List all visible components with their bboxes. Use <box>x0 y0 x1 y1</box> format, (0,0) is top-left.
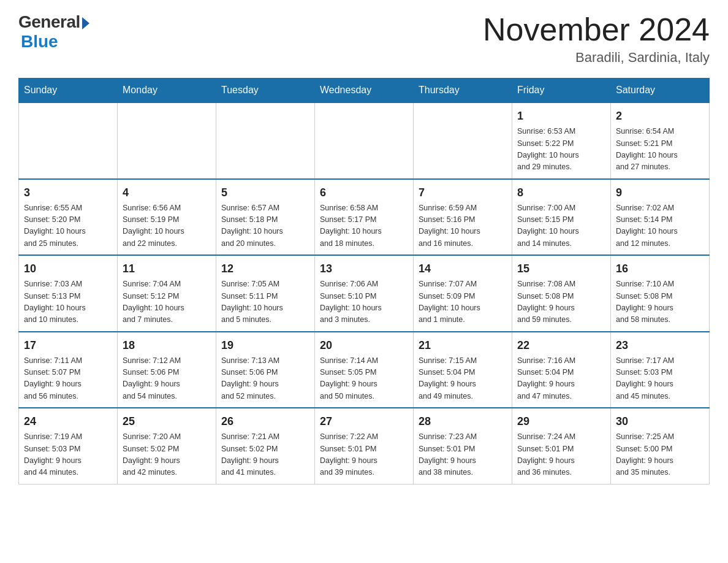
week-row-2: 3Sunrise: 6:55 AMSunset: 5:20 PMDaylight… <box>19 179 710 256</box>
calendar-body: 1Sunrise: 6:53 AMSunset: 5:22 PMDaylight… <box>19 102 710 484</box>
calendar-cell <box>118 102 216 179</box>
day-number: 13 <box>320 261 408 277</box>
day-info: Sunrise: 7:15 AMSunset: 5:04 PMDaylight:… <box>419 355 507 403</box>
day-info: Sunrise: 7:08 AMSunset: 5:08 PMDaylight:… <box>517 278 605 326</box>
calendar-cell: 19Sunrise: 7:13 AMSunset: 5:06 PMDayligh… <box>216 332 315 408</box>
day-info: Sunrise: 7:16 AMSunset: 5:04 PMDaylight:… <box>517 355 605 403</box>
calendar-cell: 26Sunrise: 7:21 AMSunset: 5:02 PMDayligh… <box>216 408 315 484</box>
day-info: Sunrise: 7:05 AMSunset: 5:11 PMDaylight:… <box>221 278 309 326</box>
day-info: Sunrise: 7:22 AMSunset: 5:01 PMDaylight:… <box>320 431 408 479</box>
day-number: 29 <box>517 413 605 430</box>
day-number: 9 <box>616 185 704 201</box>
header-cell-tuesday: Tuesday <box>216 79 315 103</box>
day-info: Sunrise: 7:19 AMSunset: 5:03 PMDaylight:… <box>24 431 112 479</box>
day-info: Sunrise: 7:04 AMSunset: 5:12 PMDaylight:… <box>123 278 211 326</box>
day-number: 25 <box>123 413 211 430</box>
calendar-cell: 23Sunrise: 7:17 AMSunset: 5:03 PMDayligh… <box>611 332 710 408</box>
day-number: 19 <box>221 337 309 354</box>
day-info: Sunrise: 7:11 AMSunset: 5:07 PMDaylight:… <box>24 355 112 403</box>
day-number: 20 <box>320 337 408 354</box>
logo: General Blue <box>18 12 89 52</box>
day-number: 15 <box>517 261 605 277</box>
calendar-cell: 20Sunrise: 7:14 AMSunset: 5:05 PMDayligh… <box>315 332 414 408</box>
calendar-cell: 6Sunrise: 6:58 AMSunset: 5:17 PMDaylight… <box>315 179 414 256</box>
day-number: 16 <box>616 261 704 277</box>
day-number: 8 <box>517 185 605 201</box>
day-info: Sunrise: 7:21 AMSunset: 5:02 PMDaylight:… <box>221 431 309 479</box>
calendar-cell: 22Sunrise: 7:16 AMSunset: 5:04 PMDayligh… <box>512 332 611 408</box>
day-number: 7 <box>419 185 507 201</box>
month-title: November 2024 <box>483 12 710 47</box>
calendar-cell: 11Sunrise: 7:04 AMSunset: 5:12 PMDayligh… <box>118 255 216 332</box>
day-info: Sunrise: 7:07 AMSunset: 5:09 PMDaylight:… <box>419 278 507 326</box>
calendar-cell: 28Sunrise: 7:23 AMSunset: 5:01 PMDayligh… <box>414 408 512 484</box>
day-info: Sunrise: 6:57 AMSunset: 5:18 PMDaylight:… <box>221 202 309 250</box>
calendar-cell: 1Sunrise: 6:53 AMSunset: 5:22 PMDaylight… <box>512 102 611 179</box>
calendar-cell: 9Sunrise: 7:02 AMSunset: 5:14 PMDaylight… <box>611 179 710 256</box>
day-info: Sunrise: 6:55 AMSunset: 5:20 PMDaylight:… <box>24 202 112 250</box>
calendar-cell: 15Sunrise: 7:08 AMSunset: 5:08 PMDayligh… <box>512 255 611 332</box>
calendar-cell: 8Sunrise: 7:00 AMSunset: 5:15 PMDaylight… <box>512 179 611 256</box>
logo-blue-text: Blue <box>21 32 58 52</box>
day-number: 1 <box>517 108 605 124</box>
calendar-cell: 18Sunrise: 7:12 AMSunset: 5:06 PMDayligh… <box>118 332 216 408</box>
calendar-cell: 30Sunrise: 7:25 AMSunset: 5:00 PMDayligh… <box>611 408 710 484</box>
location-subtitle: Baradili, Sardinia, Italy <box>483 50 710 66</box>
calendar-cell: 10Sunrise: 7:03 AMSunset: 5:13 PMDayligh… <box>19 255 118 332</box>
week-row-4: 17Sunrise: 7:11 AMSunset: 5:07 PMDayligh… <box>19 332 710 408</box>
day-info: Sunrise: 6:56 AMSunset: 5:19 PMDaylight:… <box>123 202 211 250</box>
calendar-cell <box>414 102 512 179</box>
day-info: Sunrise: 7:20 AMSunset: 5:02 PMDaylight:… <box>123 431 211 479</box>
calendar-table: SundayMondayTuesdayWednesdayThursdayFrid… <box>18 78 710 484</box>
calendar-cell: 25Sunrise: 7:20 AMSunset: 5:02 PMDayligh… <box>118 408 216 484</box>
day-number: 12 <box>221 261 309 277</box>
day-number: 4 <box>123 185 211 201</box>
day-number: 11 <box>123 261 211 277</box>
week-row-3: 10Sunrise: 7:03 AMSunset: 5:13 PMDayligh… <box>19 255 710 332</box>
day-number: 26 <box>221 413 309 430</box>
day-info: Sunrise: 7:17 AMSunset: 5:03 PMDaylight:… <box>616 355 704 403</box>
day-info: Sunrise: 6:54 AMSunset: 5:21 PMDaylight:… <box>616 126 704 174</box>
day-info: Sunrise: 6:59 AMSunset: 5:16 PMDaylight:… <box>419 202 507 250</box>
header-cell-friday: Friday <box>512 79 611 103</box>
day-info: Sunrise: 7:12 AMSunset: 5:06 PMDaylight:… <box>123 355 211 403</box>
day-number: 18 <box>123 337 211 354</box>
page-header: General Blue November 2024 Baradili, Sar… <box>18 12 710 66</box>
day-info: Sunrise: 7:13 AMSunset: 5:06 PMDaylight:… <box>221 355 309 403</box>
day-number: 28 <box>419 413 507 430</box>
header-cell-saturday: Saturday <box>611 79 710 103</box>
day-number: 17 <box>24 337 112 354</box>
calendar-cell: 12Sunrise: 7:05 AMSunset: 5:11 PMDayligh… <box>216 255 315 332</box>
day-number: 21 <box>419 337 507 354</box>
calendar-cell: 13Sunrise: 7:06 AMSunset: 5:10 PMDayligh… <box>315 255 414 332</box>
calendar-cell <box>216 102 315 179</box>
header-cell-wednesday: Wednesday <box>315 79 414 103</box>
header-row: SundayMondayTuesdayWednesdayThursdayFrid… <box>19 79 710 103</box>
calendar-cell: 5Sunrise: 6:57 AMSunset: 5:18 PMDaylight… <box>216 179 315 256</box>
calendar-cell: 14Sunrise: 7:07 AMSunset: 5:09 PMDayligh… <box>414 255 512 332</box>
calendar-cell: 4Sunrise: 6:56 AMSunset: 5:19 PMDaylight… <box>118 179 216 256</box>
day-info: Sunrise: 7:14 AMSunset: 5:05 PMDaylight:… <box>320 355 408 403</box>
day-info: Sunrise: 7:00 AMSunset: 5:15 PMDaylight:… <box>517 202 605 250</box>
header-cell-monday: Monday <box>118 79 216 103</box>
day-info: Sunrise: 7:02 AMSunset: 5:14 PMDaylight:… <box>616 202 704 250</box>
day-number: 22 <box>517 337 605 354</box>
calendar-cell: 2Sunrise: 6:54 AMSunset: 5:21 PMDaylight… <box>611 102 710 179</box>
day-number: 10 <box>24 261 112 277</box>
day-info: Sunrise: 7:24 AMSunset: 5:01 PMDaylight:… <box>517 431 605 479</box>
day-info: Sunrise: 6:53 AMSunset: 5:22 PMDaylight:… <box>517 126 605 174</box>
day-number: 5 <box>221 185 309 201</box>
calendar-cell: 7Sunrise: 6:59 AMSunset: 5:16 PMDaylight… <box>414 179 512 256</box>
day-number: 3 <box>24 185 112 201</box>
calendar-cell: 21Sunrise: 7:15 AMSunset: 5:04 PMDayligh… <box>414 332 512 408</box>
day-number: 30 <box>616 413 704 430</box>
week-row-5: 24Sunrise: 7:19 AMSunset: 5:03 PMDayligh… <box>19 408 710 484</box>
day-number: 24 <box>24 413 112 430</box>
day-info: Sunrise: 7:03 AMSunset: 5:13 PMDaylight:… <box>24 278 112 326</box>
day-info: Sunrise: 7:23 AMSunset: 5:01 PMDaylight:… <box>419 431 507 479</box>
calendar-cell: 24Sunrise: 7:19 AMSunset: 5:03 PMDayligh… <box>19 408 118 484</box>
calendar-cell <box>315 102 414 179</box>
day-info: Sunrise: 7:10 AMSunset: 5:08 PMDaylight:… <box>616 278 704 326</box>
week-row-1: 1Sunrise: 6:53 AMSunset: 5:22 PMDaylight… <box>19 102 710 179</box>
logo-general-text: General <box>18 12 80 32</box>
